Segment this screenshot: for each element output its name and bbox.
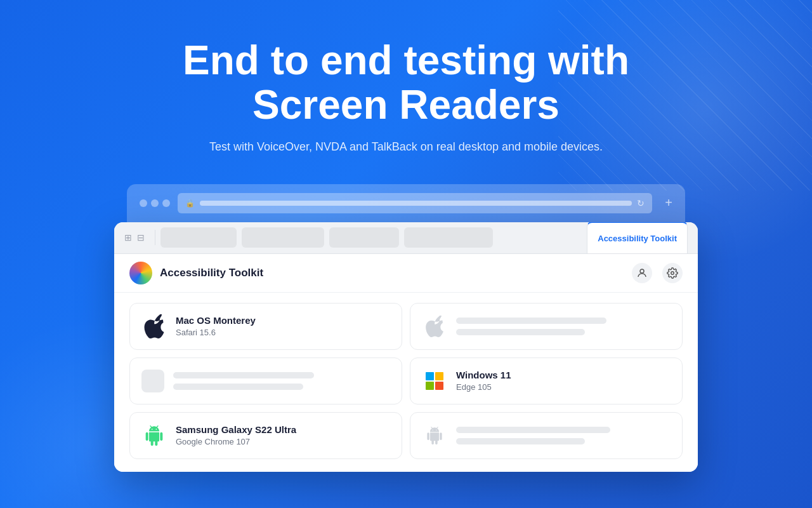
skeleton-lines-2 bbox=[173, 372, 390, 390]
app-logo bbox=[129, 262, 152, 284]
device-card-skeleton-1 bbox=[410, 303, 683, 350]
hero-title: End to end testing with Screen Readers bbox=[152, 38, 660, 128]
traffic-light-close bbox=[140, 199, 147, 207]
device-name-mac-safari: Mac OS Monterey bbox=[176, 315, 390, 326]
skeleton-icon-wrap-3 bbox=[422, 423, 447, 448]
hero-title-line1: End to end testing with bbox=[183, 37, 629, 83]
skeleton-line-3a bbox=[456, 427, 610, 433]
browser-window: ⊞ ⊟ Accessibility Toolkit Accessibility … bbox=[114, 222, 698, 472]
browser-bg-chrome: 🔒 ↻ + bbox=[127, 184, 685, 222]
browser-traffic-lights bbox=[140, 199, 170, 207]
device-card-windows-edge[interactable]: Windows 11 Edge 105 bbox=[410, 358, 683, 404]
win-sq-2 bbox=[435, 372, 443, 380]
traffic-light-minimize bbox=[151, 199, 159, 207]
skeleton-line-1b bbox=[456, 329, 585, 335]
browser-mockup: 🔒 ↻ + ⊞ ⊟ Accessibility Toolkit Accessib bbox=[114, 184, 698, 472]
skeleton-line-3b bbox=[456, 438, 585, 444]
device-icon-apple bbox=[141, 314, 167, 339]
user-icon[interactable] bbox=[632, 263, 652, 283]
url-text-skeleton bbox=[200, 201, 632, 206]
device-browser-samsung: Google Chrome 107 bbox=[176, 437, 390, 446]
tab-bar: ⊞ ⊟ Accessibility Toolkit bbox=[114, 222, 698, 254]
device-info-windows-edge: Windows 11 Edge 105 bbox=[456, 370, 671, 392]
new-tab-icon: + bbox=[665, 196, 672, 210]
skeleton-lines-3 bbox=[456, 427, 671, 444]
device-card-skeleton-2 bbox=[129, 358, 402, 404]
win-sq-4 bbox=[435, 382, 443, 390]
skeleton-lines-1 bbox=[456, 318, 671, 335]
device-info-samsung-chrome: Samsung Galaxy S22 Ultra Google Chrome 1… bbox=[176, 424, 390, 446]
skeleton-line-2a bbox=[173, 372, 314, 378]
win-sq-1 bbox=[426, 372, 434, 380]
tab-icons: ⊞ ⊟ bbox=[124, 232, 145, 243]
hero-subtitle: Test with VoiceOver, NVDA and TalkBack o… bbox=[184, 140, 628, 154]
device-browser-windows: Edge 105 bbox=[456, 382, 671, 392]
tab-bar-divider bbox=[155, 230, 155, 245]
tab-inactive-3[interactable] bbox=[329, 227, 399, 248]
traffic-light-maximize bbox=[162, 199, 170, 207]
skeleton-icon-wrap-1 bbox=[422, 314, 447, 339]
url-bar-bg: 🔒 ↻ bbox=[178, 193, 652, 213]
skeleton-line-2b bbox=[173, 384, 303, 390]
app-header: Accessibility Toolkit bbox=[114, 254, 698, 293]
settings-icon[interactable] bbox=[662, 263, 683, 283]
tab-view-icon: ⊟ bbox=[137, 232, 145, 243]
reload-icon: ↻ bbox=[637, 198, 645, 208]
device-icon-windows bbox=[422, 368, 447, 394]
tab-inactive-4[interactable] bbox=[404, 227, 493, 248]
device-grid: Mac OS Monterey Safari 15.6 bbox=[114, 293, 698, 472]
device-name-windows: Windows 11 bbox=[456, 370, 671, 380]
device-card-mac-safari[interactable]: Mac OS Monterey Safari 15.6 bbox=[129, 303, 402, 350]
svg-point-0 bbox=[640, 269, 644, 273]
tab-inactive-1[interactable] bbox=[160, 227, 237, 248]
tab-inactive-2[interactable] bbox=[242, 227, 324, 248]
device-icon-android bbox=[141, 423, 167, 448]
skeleton-line-1a bbox=[456, 318, 606, 324]
hero-title-line2: Screen Readers bbox=[252, 82, 560, 128]
device-name-samsung: Samsung Galaxy S22 Ultra bbox=[176, 424, 390, 435]
lock-icon: 🔒 bbox=[185, 199, 195, 208]
device-info-mac-safari: Mac OS Monterey Safari 15.6 bbox=[176, 315, 390, 337]
skeleton-icon-2 bbox=[141, 370, 164, 392]
tab-active[interactable]: Accessibility Toolkit bbox=[587, 222, 688, 254]
device-browser-mac-safari: Safari 15.6 bbox=[176, 328, 390, 337]
app-title: Accessibility Toolkit bbox=[160, 267, 263, 279]
windows-logo bbox=[426, 372, 443, 390]
device-card-skeleton-3 bbox=[410, 412, 683, 459]
tab-grid-icon: ⊞ bbox=[124, 232, 132, 243]
device-card-samsung-chrome[interactable]: Samsung Galaxy S22 Ultra Google Chrome 1… bbox=[129, 412, 402, 459]
svg-point-1 bbox=[671, 272, 674, 275]
win-sq-3 bbox=[426, 382, 434, 390]
header-action-icons bbox=[632, 263, 683, 283]
